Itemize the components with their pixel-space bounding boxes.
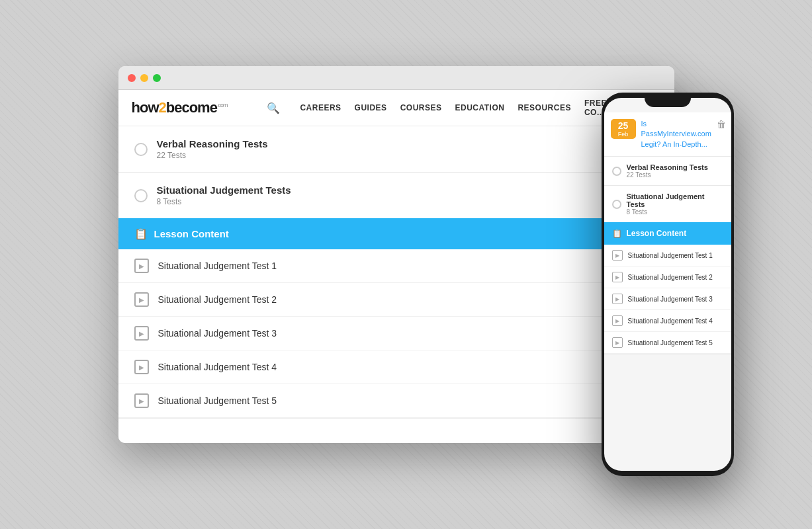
sjt-section-left: Situational Judgement Tests 8 Tests xyxy=(134,184,291,206)
course-panel: Verbal Reasoning Tests 22 Tests ▼ Expand xyxy=(118,126,674,443)
phone-sjt-radio xyxy=(612,200,621,209)
lesson-item-5[interactable]: ▶ Situational Judgement Test 5 xyxy=(118,384,674,418)
verbal-radio xyxy=(134,143,148,156)
nav-education[interactable]: EDUCATION xyxy=(455,103,504,112)
verbal-section-header[interactable]: Verbal Reasoning Tests 22 Tests ▼ Expand xyxy=(118,126,674,172)
close-dot[interactable] xyxy=(128,74,136,82)
scene: how2become.com 🔍 CAREERS GUIDES COURSES … xyxy=(118,66,694,463)
phone-item-icon-4: ▶ xyxy=(612,315,623,326)
phone-item-icon-1: ▶ xyxy=(612,250,623,261)
lesson-item-icon-4: ▶ xyxy=(134,360,149,374)
blog-date-badge: 25 Feb xyxy=(611,119,636,139)
phone-notch xyxy=(645,93,691,107)
lesson-item-title-5: Situational Judgement Test 5 xyxy=(158,395,277,406)
lesson-item-1[interactable]: ▶ Situational Judgement Test 1 xyxy=(118,249,674,283)
phone-item-icon-2: ▶ xyxy=(612,272,623,282)
verbal-section: Verbal Reasoning Tests 22 Tests ▼ Expand xyxy=(118,126,674,173)
lesson-item-title-4: Situational Judgement Test 4 xyxy=(158,362,277,372)
phone-item-title-2: Situational Judgement Test 2 xyxy=(628,274,713,281)
phone-item-3[interactable]: ▶ Situational Judgement Test 3 xyxy=(604,288,731,310)
phone-item-icon-5: ▶ xyxy=(612,337,623,348)
lesson-content-bar: 📋 Lesson Content xyxy=(118,218,674,249)
verbal-count: 22 Tests xyxy=(157,151,268,160)
lesson-item-2[interactable]: ▶ Situational Judgement Test 2 xyxy=(118,283,674,317)
minimize-dot[interactable] xyxy=(140,74,148,82)
lesson-item-title-2: Situational Judgement Test 2 xyxy=(158,294,277,305)
lesson-item-icon-1: ▶ xyxy=(134,259,149,273)
phone-item-4[interactable]: ▶ Situational Judgement Test 4 xyxy=(604,310,731,332)
lesson-item-title-3: Situational Judgement Test 3 xyxy=(158,328,277,339)
phone-verbal-header[interactable]: Verbal Reasoning Tests 22 Tests xyxy=(604,157,731,185)
browser-window: how2become.com 🔍 CAREERS GUIDES COURSES … xyxy=(118,66,674,443)
browser-nav: how2become.com 🔍 CAREERS GUIDES COURSES … xyxy=(118,90,674,126)
phone-item-title-1: Situational Judgement Test 1 xyxy=(628,252,713,259)
phone-blog-card: 25 Feb Is PassMyInterview.com Legit? An … xyxy=(604,112,731,157)
blog-day: 25 xyxy=(611,120,636,131)
phone-sjt-count: 8 Tests xyxy=(627,208,723,216)
phone-verbal-section: Verbal Reasoning Tests 22 Tests xyxy=(604,157,731,186)
site-logo[interactable]: how2become.com xyxy=(132,99,228,116)
phone-sjt-info: Situational Judgement Tests 8 Tests xyxy=(627,192,723,216)
phone-lesson-label: Lesson Content xyxy=(627,229,687,238)
sjt-count: 8 Tests xyxy=(157,197,291,206)
phone-verbal-title: Verbal Reasoning Tests xyxy=(627,163,708,171)
blog-title[interactable]: Is PassMyInterview.com Legit? An In-Dept… xyxy=(641,119,711,149)
nav-courses[interactable]: COURSES xyxy=(400,103,442,112)
verbal-title: Verbal Reasoning Tests xyxy=(157,138,268,149)
blog-month: Feb xyxy=(611,131,636,138)
browser-content: Verbal Reasoning Tests 22 Tests ▼ Expand xyxy=(118,126,674,443)
phone-lesson-bar: 📋 Lesson Content xyxy=(604,222,731,245)
phone-item-title-4: Situational Judgement Test 4 xyxy=(628,317,713,325)
nav-guides[interactable]: GUIDES xyxy=(355,103,387,112)
logo-number: 2 xyxy=(159,99,166,116)
sjt-section-header[interactable]: Situational Judgement Tests 8 Tests ▲ Co… xyxy=(118,173,674,218)
phone-verbal-count: 22 Tests xyxy=(627,171,708,179)
verbal-info: Verbal Reasoning Tests 22 Tests xyxy=(157,138,268,160)
lesson-item-icon-3: ▶ xyxy=(134,326,149,341)
lesson-item-3[interactable]: ▶ Situational Judgement Test 3 xyxy=(118,317,674,350)
lesson-content-icon: 📋 xyxy=(134,227,148,240)
phone-item-title-5: Situational Judgement Test 5 xyxy=(628,339,713,346)
phone-item-1[interactable]: ▶ Situational Judgement Test 1 xyxy=(604,245,731,266)
verbal-section-left: Verbal Reasoning Tests 22 Tests xyxy=(134,138,268,160)
lesson-item-icon-2: ▶ xyxy=(134,292,149,307)
phone-verbal-info: Verbal Reasoning Tests 22 Tests xyxy=(627,163,708,179)
phone-item-2[interactable]: ▶ Situational Judgement Test 2 xyxy=(604,266,731,288)
lesson-content-label: Lesson Content xyxy=(154,228,229,239)
search-icon[interactable]: 🔍 xyxy=(267,102,280,114)
phone-lesson-icon: 📋 xyxy=(612,229,622,238)
logo-com: .com xyxy=(217,102,228,108)
phone-item-title-3: Situational Judgement Test 3 xyxy=(628,296,713,303)
phone-item-5[interactable]: ▶ Situational Judgement Test 5 xyxy=(604,332,731,354)
phone-sjt-header[interactable]: Situational Judgement Tests 8 Tests xyxy=(604,186,731,222)
sjt-section: Situational Judgement Tests 8 Tests ▲ Co… xyxy=(118,173,674,419)
nav-careers[interactable]: CAREERS xyxy=(300,103,341,112)
lesson-item-icon-5: ▶ xyxy=(134,393,149,408)
maximize-dot[interactable] xyxy=(153,74,161,82)
lesson-item-4[interactable]: ▶ Situational Judgement Test 4 xyxy=(118,350,674,384)
browser-titlebar xyxy=(118,66,674,90)
sjt-info: Situational Judgement Tests 8 Tests xyxy=(157,184,291,206)
phone-item-icon-3: ▶ xyxy=(612,294,623,304)
trash-icon[interactable]: 🗑 xyxy=(717,119,726,130)
sjt-radio xyxy=(134,189,148,202)
phone-verbal-radio xyxy=(612,167,621,176)
phone-sjt-title: Situational Judgement Tests xyxy=(627,192,723,208)
lesson-item-title-1: Situational Judgement Test 1 xyxy=(158,261,277,271)
nav-resources[interactable]: RESOURCES xyxy=(518,103,571,112)
phone-inner: 25 Feb Is PassMyInterview.com Legit? An … xyxy=(604,98,731,471)
sjt-title: Situational Judgement Tests xyxy=(157,184,291,196)
phone-sjt-section: Situational Judgement Tests 8 Tests 📋 Le… xyxy=(604,186,731,354)
phone-mockup: 25 Feb Is PassMyInterview.com Legit? An … xyxy=(602,93,734,476)
